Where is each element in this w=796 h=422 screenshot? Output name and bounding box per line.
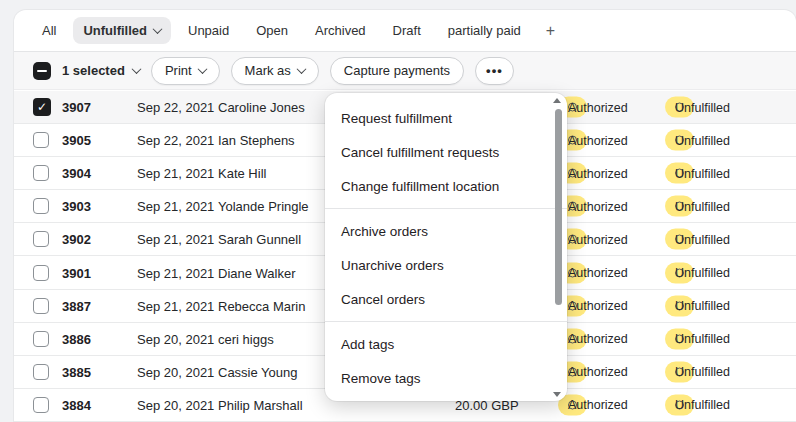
row-checkbox[interactable] xyxy=(33,364,49,380)
tab-label: Open xyxy=(256,23,288,38)
fulfillment-status-badge: Unfulfilled xyxy=(665,328,694,349)
fulfillment-status-label: Unfulfilled xyxy=(675,398,730,412)
tab-unpaid[interactable]: Unpaid xyxy=(178,17,239,44)
menu-item-request-fulfillment[interactable]: Request fulfillment xyxy=(325,101,567,135)
menu-item-cancel-orders[interactable]: Cancel orders xyxy=(325,282,567,316)
select-all-checkbox-indeterminate[interactable] xyxy=(33,62,51,80)
mark-as-label: Mark as xyxy=(245,63,291,78)
scroll-up-arrow-icon[interactable] xyxy=(553,98,561,103)
fulfillment-status-badge: Unfulfilled xyxy=(665,130,694,151)
fulfillment-status-label: Unfulfilled xyxy=(675,332,730,346)
order-date: Sep 21, 2021 xyxy=(137,199,214,214)
menu-item-label: Request fulfillment xyxy=(341,111,452,126)
payment-status-label: Authorized xyxy=(568,100,628,114)
menu-item-cancel-fulfillment-requests[interactable]: Cancel fulfillment requests xyxy=(325,135,567,169)
more-actions-button[interactable]: ••• xyxy=(475,57,514,85)
menu-item-label: Change fulfillment location xyxy=(341,179,499,194)
capture-payments-label: Capture payments xyxy=(344,63,450,78)
row-checkbox[interactable] xyxy=(33,231,49,247)
tab-open[interactable]: Open xyxy=(246,17,298,44)
tab-partially-paid[interactable]: partially paid xyxy=(438,17,531,44)
menu-scrollbar[interactable] xyxy=(555,109,562,305)
fulfillment-status-badge: Unfulfilled xyxy=(665,163,694,184)
orders-page: { "tabs": { "items": [ { "label": "All" … xyxy=(0,0,796,422)
payment-status-label: Authorized xyxy=(568,199,628,213)
order-number[interactable]: 3885 xyxy=(62,364,91,379)
payment-status-label: Authorized xyxy=(568,332,628,346)
scroll-down-arrow-icon[interactable] xyxy=(553,392,561,397)
menu-item-archive-orders[interactable]: Archive orders xyxy=(325,214,567,248)
fulfillment-status-label: Unfulfilled xyxy=(675,166,730,180)
mark-as-button[interactable]: Mark as xyxy=(231,57,319,85)
order-customer: Ian Stephens xyxy=(218,133,295,148)
fulfillment-status-badge: Unfulfilled xyxy=(665,229,694,250)
tab-label: All xyxy=(42,23,56,38)
row-checkbox[interactable] xyxy=(33,397,49,413)
fulfillment-status-badge: Unfulfilled xyxy=(665,97,694,118)
fulfillment-status-badge: Unfulfilled xyxy=(665,295,694,316)
order-customer: Cassie Young xyxy=(218,364,298,379)
row-checkbox-checked[interactable] xyxy=(33,98,51,116)
row-checkbox[interactable] xyxy=(33,298,49,314)
tab-all[interactable]: All xyxy=(32,17,66,44)
row-checkbox[interactable] xyxy=(33,265,49,281)
row-checkbox[interactable] xyxy=(33,132,49,148)
fulfillment-status-label: Unfulfilled xyxy=(675,299,730,313)
selected-count-label: 1 selected xyxy=(62,63,125,78)
order-number[interactable]: 3904 xyxy=(62,166,91,181)
order-customer: Caroline Jones xyxy=(218,100,305,115)
tab-archived[interactable]: Archived xyxy=(305,17,376,44)
order-number[interactable]: 3905 xyxy=(62,133,91,148)
print-button[interactable]: Print xyxy=(151,57,220,85)
fulfillment-status-label: Unfulfilled xyxy=(675,133,730,147)
payment-status-label: Authorized xyxy=(568,232,628,246)
order-number[interactable]: 3886 xyxy=(62,331,91,346)
chevron-down-icon xyxy=(197,64,207,74)
plus-icon: + xyxy=(546,22,555,40)
order-customer: ceri higgs xyxy=(218,331,274,346)
order-number[interactable]: 3901 xyxy=(62,265,91,280)
row-checkbox[interactable] xyxy=(33,331,49,347)
order-number[interactable]: 3902 xyxy=(62,232,91,247)
fulfillment-status-label: Unfulfilled xyxy=(675,199,730,213)
row-checkbox[interactable] xyxy=(33,165,49,181)
tab-unfulfilled[interactable]: Unfulfilled xyxy=(73,17,171,44)
selected-count-dropdown[interactable]: 1 selected xyxy=(62,63,140,78)
payment-status-label: Authorized xyxy=(568,133,628,147)
chevron-down-icon xyxy=(296,64,306,74)
add-view-button[interactable]: + xyxy=(538,18,563,44)
fulfillment-status-label: Unfulfilled xyxy=(675,266,730,280)
order-date: Sep 21, 2021 xyxy=(137,265,214,280)
tab-label: Unpaid xyxy=(188,23,229,38)
menu-divider xyxy=(325,321,567,322)
order-date: Sep 21, 2021 xyxy=(137,166,214,181)
order-date: Sep 22, 2021 xyxy=(137,100,214,115)
menu-item-remove-tags[interactable]: Remove tags xyxy=(325,361,567,395)
chevron-down-icon xyxy=(131,64,141,74)
menu-item-change-fulfillment-location[interactable]: Change fulfillment location xyxy=(325,169,567,203)
order-number[interactable]: 3887 xyxy=(62,298,91,313)
menu-item-label: Archive orders xyxy=(341,224,428,239)
tab-draft[interactable]: Draft xyxy=(383,17,431,44)
chevron-down-icon xyxy=(153,24,163,34)
menu-item-label: Cancel fulfillment requests xyxy=(341,145,499,160)
order-date: Sep 20, 2021 xyxy=(137,331,214,346)
menu-item-label: Add tags xyxy=(341,337,394,352)
order-customer: Diane Walker xyxy=(218,265,296,280)
payment-status-label: Authorized xyxy=(568,266,628,280)
capture-payments-button[interactable]: Capture payments xyxy=(330,57,464,85)
ellipsis-icon: ••• xyxy=(486,63,503,78)
tab-label: Draft xyxy=(393,23,421,38)
payment-status-label: Authorized xyxy=(568,299,628,313)
payment-status-label: Authorized xyxy=(568,398,628,412)
tab-label: Archived xyxy=(315,23,366,38)
row-checkbox[interactable] xyxy=(33,198,49,214)
order-number[interactable]: 3907 xyxy=(62,100,91,115)
menu-item-add-tags[interactable]: Add tags xyxy=(325,327,567,361)
menu-item-label: Remove tags xyxy=(341,371,421,386)
tab-label: partially paid xyxy=(448,23,521,38)
order-number[interactable]: 3903 xyxy=(62,199,91,214)
order-number[interactable]: 3884 xyxy=(62,397,91,412)
menu-item-unarchive-orders[interactable]: Unarchive orders xyxy=(325,248,567,282)
order-date: Sep 20, 2021 xyxy=(137,364,214,379)
